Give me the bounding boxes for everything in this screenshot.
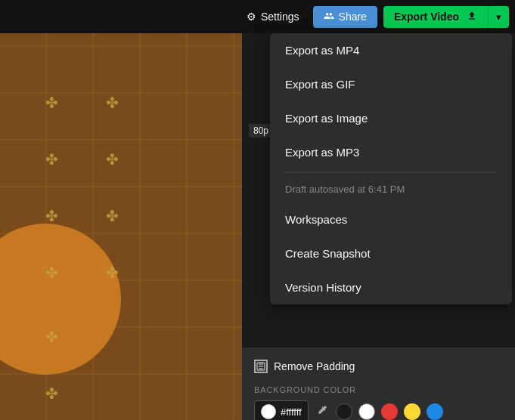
canvas-area: ✤ ✤ ✤ ✤ ✤ ✤ ✤ ✤ ✤ ✤: [0, 33, 242, 420]
upload-icon: [467, 11, 477, 23]
export-image-item[interactable]: Export as Image: [270, 101, 512, 135]
fleur-3: ✤: [45, 207, 58, 225]
export-gif-label: Export as GIF: [285, 78, 355, 91]
fleur-6: ✤: [45, 384, 58, 403]
export-mp3-item[interactable]: Export as MP3: [270, 135, 512, 169]
color-dot-yellow[interactable]: [404, 403, 420, 420]
fleur-10: ✤: [106, 264, 119, 282]
fleur-1: ✤: [45, 94, 58, 112]
eyedropper-button[interactable]: [315, 403, 330, 420]
version-history-label: Version History: [285, 281, 361, 294]
fleur-4: ✤: [45, 264, 58, 282]
export-group: Export Video ▾: [383, 6, 509, 28]
color-row: #ffffff: [254, 400, 503, 420]
settings-button[interactable]: Settings: [239, 6, 307, 27]
panel-bottom: Remove Padding BACKGROUND COLOR #ffffff: [242, 347, 515, 420]
export-dropdown-button[interactable]: ▾: [488, 6, 509, 28]
resolution-text: 80p: [253, 125, 268, 136]
export-gif-item[interactable]: Export as GIF: [270, 67, 512, 101]
autosave-label: Draft autosaved at 6:41 PM: [285, 184, 405, 195]
export-video-button[interactable]: Export Video: [383, 6, 488, 28]
remove-padding-icon: [254, 360, 268, 373]
remove-padding-label: Remove Padding: [274, 360, 355, 372]
autosave-text: Draft autosaved at 6:41 PM: [270, 176, 512, 202]
chevron-down-icon: ▾: [496, 11, 501, 23]
bg-color-label: BACKGROUND COLOR: [254, 385, 503, 394]
dropdown-menu: Export as MP4 Export as GIF Export as Im…: [270, 33, 512, 304]
workspaces-item[interactable]: Workspaces: [270, 202, 512, 236]
color-dot-black[interactable]: [336, 403, 352, 420]
export-mp3-label: Export as MP3: [285, 146, 359, 159]
export-video-label: Export Video: [394, 11, 459, 23]
settings-label: Settings: [261, 11, 299, 23]
remove-padding-row: Remove Padding: [254, 355, 503, 378]
export-mp4-label: Export as MP4: [285, 44, 359, 57]
version-history-item[interactable]: Version History: [270, 270, 512, 304]
color-swatch-white[interactable]: #ffffff: [254, 400, 309, 420]
export-image-label: Export as Image: [285, 112, 368, 125]
color-circle-white: [261, 404, 276, 419]
canvas-background: ✤ ✤ ✤ ✤ ✤ ✤ ✤ ✤ ✤ ✤: [0, 33, 242, 420]
color-hex-text: #ffffff: [281, 406, 302, 418]
create-snapshot-label: Create Snapshot: [285, 247, 371, 260]
topbar: Settings Share Export Video ▾: [0, 0, 515, 33]
color-dot-blue[interactable]: [427, 403, 443, 420]
fleur-7: ✤: [106, 94, 119, 112]
share-label: Share: [339, 11, 367, 23]
share-icon: [324, 11, 334, 23]
create-snapshot-item[interactable]: Create Snapshot: [270, 236, 512, 270]
fleur-2: ✤: [45, 150, 58, 168]
fleur-9: ✤: [106, 207, 119, 225]
gear-icon: [247, 11, 256, 23]
export-mp4-item[interactable]: Export as MP4: [270, 33, 512, 67]
fleur-5: ✤: [45, 328, 58, 346]
workspaces-label: Workspaces: [285, 213, 347, 226]
share-button[interactable]: Share: [313, 6, 377, 28]
menu-divider-1: [285, 172, 497, 173]
fleur-container: ✤ ✤ ✤ ✤ ✤ ✤ ✤ ✤ ✤ ✤: [0, 33, 242, 420]
color-dot-red[interactable]: [381, 403, 398, 420]
fleur-8: ✤: [106, 150, 119, 168]
color-dot-white[interactable]: [358, 403, 375, 420]
